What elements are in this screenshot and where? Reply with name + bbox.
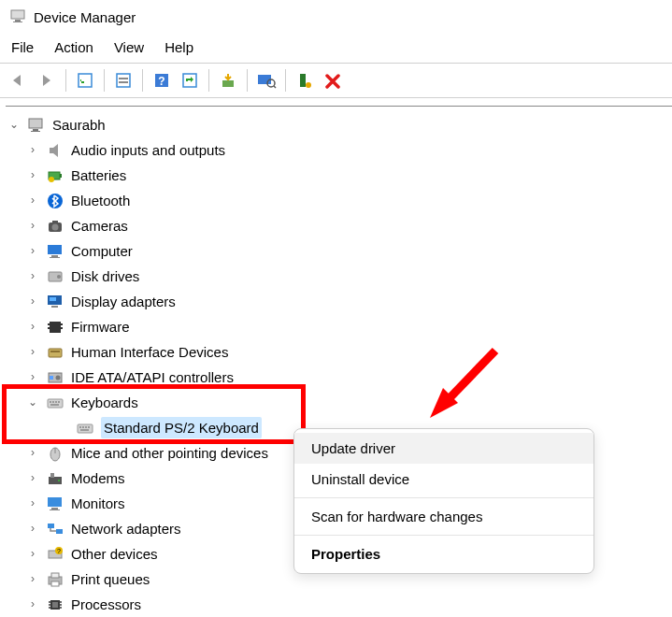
- chevron-right-icon[interactable]: ›: [26, 294, 39, 309]
- svg-rect-49: [50, 404, 59, 406]
- chevron-right-icon[interactable]: ›: [26, 142, 39, 158]
- tree-item-label: Audio inputs and outputs: [71, 140, 225, 160]
- chevron-down-icon[interactable]: ⌄: [26, 395, 39, 410]
- chevron-right-icon[interactable]: ›: [26, 470, 39, 486]
- chevron-right-icon[interactable]: ›: [26, 268, 39, 284]
- tree-item-label: Modems: [71, 468, 125, 488]
- tree-item[interactable]: › Bluetooth: [6, 188, 672, 213]
- svg-rect-2: [13, 22, 22, 22]
- tree-item[interactable]: › Cameras: [6, 213, 672, 238]
- tree-item[interactable]: › Processors: [6, 592, 672, 617]
- chevron-right-icon[interactable]: ›: [26, 571, 39, 587]
- delete-toolbar-button[interactable]: [320, 68, 346, 93]
- tree-item-label: Batteries: [71, 165, 126, 185]
- keyboard-icon: [75, 418, 95, 438]
- chevron-right-icon[interactable]: ›: [26, 344, 39, 360]
- disk-icon: [45, 266, 65, 287]
- tree-divider: [6, 106, 672, 107]
- tree-item-label: Cameras: [71, 216, 128, 236]
- chevron-right-icon[interactable]: ›: [26, 218, 39, 234]
- ide-icon: [45, 367, 65, 388]
- chevron-right-icon[interactable]: ›: [26, 369, 39, 385]
- chevron-right-icon[interactable]: ›: [26, 319, 39, 335]
- show-hidden-button[interactable]: [72, 68, 98, 93]
- chevron-right-icon[interactable]: ›: [26, 167, 39, 183]
- tree-item-label: Network adapters: [71, 519, 181, 538]
- chevron-right-icon[interactable]: ›: [26, 193, 39, 208]
- svg-rect-44: [48, 399, 63, 408]
- help-toolbar-button[interactable]: ?: [149, 68, 175, 93]
- chevron-right-icon[interactable]: ›: [26, 521, 39, 537]
- svg-rect-62: [51, 508, 58, 509]
- chevron-down-icon[interactable]: ⌄: [7, 117, 21, 133]
- scan-toolbar-button[interactable]: [253, 68, 279, 93]
- svg-rect-45: [50, 401, 51, 403]
- chevron-right-icon[interactable]: ›: [26, 546, 39, 562]
- svg-rect-18: [31, 131, 40, 132]
- uninstall-toolbar-button[interactable]: [215, 68, 241, 93]
- menubar: File Action View Help: [0, 34, 672, 63]
- menu-view[interactable]: View: [114, 39, 144, 55]
- tree-item[interactable]: › IDE ATA/ATAPI controllers: [6, 365, 672, 390]
- chip-dark-icon: [45, 317, 65, 337]
- keyboard-icon: [45, 393, 65, 413]
- hid-icon: [45, 342, 65, 363]
- svg-point-30: [57, 275, 61, 279]
- bluetooth-icon: [45, 191, 65, 211]
- chevron-right-icon[interactable]: ›: [26, 495, 39, 511]
- tree-item-label: Processors: [71, 595, 141, 614]
- update-toolbar-button[interactable]: [177, 68, 203, 93]
- tree-item[interactable]: › Display adapters: [6, 289, 672, 314]
- svg-rect-16: [29, 119, 42, 128]
- device-toolbar-button[interactable]: [292, 68, 318, 93]
- toolbar-separator: [208, 69, 209, 92]
- tree-item[interactable]: › Computer: [6, 238, 672, 264]
- printer-icon: [45, 569, 65, 590]
- properties-toolbar-button[interactable]: [110, 68, 136, 93]
- menu-file[interactable]: File: [11, 39, 34, 55]
- tree-item[interactable]: › Human Interface Devices: [6, 339, 672, 365]
- chevron-right-icon[interactable]: ›: [26, 596, 39, 612]
- tree-item[interactable]: ⌄ Keyboards: [6, 390, 672, 415]
- tree-item-label: Other devices: [71, 544, 158, 564]
- tree-root[interactable]: ⌄ Saurabh: [6, 112, 672, 137]
- context-scan-hardware[interactable]: Scan for hardware changes: [294, 501, 593, 532]
- cpu-icon: [45, 595, 65, 615]
- menu-action[interactable]: Action: [54, 39, 93, 55]
- svg-rect-50: [78, 424, 93, 433]
- svg-rect-46: [52, 401, 54, 403]
- chevron-right-icon[interactable]: ›: [26, 445, 39, 461]
- toolbar-separator: [142, 69, 143, 92]
- svg-rect-6: [119, 81, 128, 83]
- tree-item[interactable]: › Firmware: [6, 314, 672, 339]
- chevron-right-icon[interactable]: ›: [26, 243, 39, 259]
- tree-item[interactable]: › Audio inputs and outputs: [6, 137, 672, 163]
- svg-point-24: [52, 223, 59, 230]
- tree-item-label: Bluetooth: [71, 191, 130, 210]
- context-update-driver[interactable]: Update driver: [294, 433, 593, 464]
- svg-text:?: ?: [57, 548, 61, 554]
- svg-rect-59: [50, 473, 54, 478]
- svg-rect-33: [51, 306, 58, 308]
- svg-rect-51: [79, 426, 81, 428]
- context-properties[interactable]: Properties: [294, 538, 593, 569]
- back-button[interactable]: [6, 68, 32, 93]
- svg-rect-35: [48, 323, 50, 325]
- tree-item[interactable]: › Disk drives: [6, 264, 672, 289]
- tree-item-label: Monitors: [71, 494, 125, 513]
- svg-rect-0: [11, 10, 24, 19]
- menu-help[interactable]: Help: [164, 39, 193, 55]
- context-uninstall-device[interactable]: Uninstall device: [294, 464, 593, 495]
- app-icon: [9, 7, 26, 27]
- context-menu: Update driver Uninstall device Scan for …: [293, 428, 594, 574]
- svg-line-13: [274, 86, 276, 88]
- svg-rect-14: [300, 74, 306, 87]
- tree-item-label: Display adapters: [71, 292, 176, 311]
- svg-rect-34: [50, 322, 61, 333]
- svg-rect-38: [61, 327, 63, 329]
- tree-item[interactable]: › Batteries: [6, 163, 672, 188]
- forward-button[interactable]: [34, 68, 60, 93]
- tree-item-label: Human Interface Devices: [71, 342, 228, 362]
- root-label: Saurabh: [52, 115, 106, 135]
- toolbar: ?: [0, 63, 672, 98]
